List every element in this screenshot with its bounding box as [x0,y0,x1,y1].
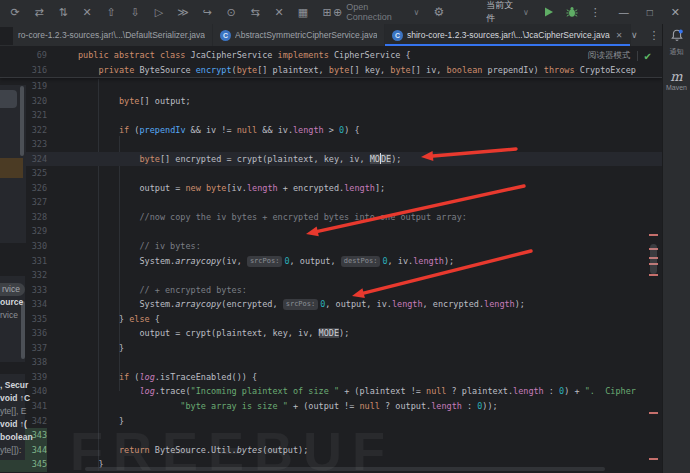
maven-tool-button[interactable]: m [670,70,682,83]
copy-stack-icon[interactable]: ⊞ [321,6,333,19]
tab-close-icon[interactable]: ✕ [616,31,623,40]
sync-icon[interactable]: ⟳ [9,6,21,19]
run-all-icon[interactable]: ≫ [177,6,189,19]
maven-label: Maven [666,84,687,91]
popup-item-fragment[interactable]: void ↑C [0,393,30,404]
popup-item-fragment[interactable]: void ↑( [0,419,27,430]
code-line-69: 69public abstract class JcaCipherService… [0,48,662,63]
user-icon[interactable]: ⊙ [225,6,237,19]
code-text [47,137,78,152]
more-actions-kebab-icon[interactable]: ⋮ [590,6,601,19]
swap-icon[interactable]: ⇆ [249,6,261,19]
popup-scrollbar[interactable] [20,86,24,156]
inspections-check-icon[interactable]: ✔ [644,51,652,62]
vertical-scrollbar-thumb[interactable] [650,244,657,274]
line-number[interactable]: 316 [0,63,47,78]
debug-button[interactable] [566,6,578,18]
code-text [47,79,78,94]
notifications-bell-icon[interactable] [670,28,684,46]
code-text: } [47,341,124,356]
code-text: public abstract class JcaCipherService i… [47,48,411,63]
line-number[interactable]: 69 [0,48,47,63]
code-text [47,355,78,370]
code-text [47,166,78,181]
popup-item-fragment[interactable] [0,90,17,108]
code-line-334: 334 System.arraycopy(encrypted, srcPos:0… [0,297,662,312]
window-maximize-button[interactable]: □ [647,7,653,18]
tab-options-kebab-icon[interactable]: ⋮ [649,29,660,42]
run-icon[interactable]: ▷ [153,6,165,19]
close-icon[interactable]: ✕ [273,6,285,19]
code-line-324: 324 byte[] encrypted = crypt(plaintext, … [0,152,662,167]
vcs-update-icon[interactable]: ⇅ [57,6,69,19]
code-text: //now copy the iv bytes + encrypted byte… [47,210,467,225]
tab-bar-left-decor [0,27,13,45]
cancel-icon[interactable]: ✕ [81,6,93,19]
connection-selector[interactable]: ⊕ Open Connection ∨ [333,2,419,22]
reader-mode-widget[interactable]: 阅读器模式 ✔ [588,50,652,62]
code-line-326: 326 output = new byte[iv.length + encryp… [0,181,662,196]
ide-window: ⟳⇄⇅✕⇧⇩▷≫↪⊙⇆✕▦⊞ ⊕ Open Connection ∨ ⚙ 当前文… [0,0,690,473]
code-line-325: 325 [0,166,662,181]
download-icon[interactable]: ⇩ [129,6,141,19]
tab-label: ro-core-1.2.3-sources.jar!\...\DefaultSe… [18,30,205,40]
tab-3[interactable]: Cshiro-core-1.2.3-sources.jar!\...\JcaCi… [385,24,631,46]
run-button[interactable] [543,6,554,18]
code-line-323: 323 [0,137,662,152]
error-stripe-mark [649,458,658,460]
code-line-322: 322 if (prependIv && iv != null && iv.le… [0,123,662,138]
code-line-333: 333 // + encrypted bytes: [0,283,662,298]
popup-item-fragment[interactable]: ource [0,297,23,308]
popup-item-fragment[interactable]: , Secur [0,380,28,391]
settings-gear-icon[interactable]: ⚙ [433,5,444,19]
window-close-button[interactable]: ✕ [671,6,680,19]
right-tool-stripe: 通知 m Maven [662,24,690,473]
code-text: System.arraycopy(iv, srcPos:0, output, d… [47,254,454,269]
code-text: } else { [47,312,160,327]
popup-scrollbar[interactable] [21,301,25,359]
run-config-selector[interactable]: 当前文件 ∨ [486,0,529,25]
code-line-321: 321 [0,108,662,123]
tab-1[interactable]: ro-core-1.2.3-sources.jar!\...\DefaultSe… [13,24,213,46]
code-line-339: 339 if (log.isTraceEnabled()) { [0,370,662,385]
popup-selected-item-fragment[interactable] [0,158,23,178]
popup-item-fragment[interactable]: yte[], E [0,406,26,417]
titlebar-left-icons: ⟳⇄⇅✕⇧⇩▷≫↪⊙⇆✕▦⊞ [0,6,333,19]
code-text: output = crypt(plaintext, key, iv, MODE)… [47,326,349,341]
editor-tab-bar: ro-core-1.2.3-sources.jar!\...\DefaultSe… [0,24,662,46]
code-lines: 319320 byte[] output;321322 if (prependI… [0,79,662,472]
line-number[interactable]: 331 [0,254,47,269]
code-text: if (log.isTraceEnabled()) { [47,370,257,385]
code-text: // + encrypted bytes: [47,283,247,298]
code-line-328: 328 //now copy the iv bytes + encrypted … [0,210,662,225]
popup-item-fragment[interactable]: rvice [0,283,25,296]
code-text: byte[] encrypted = crypt(plaintext, key,… [47,152,401,167]
step-icon[interactable]: ↪ [201,6,213,19]
code-text [47,195,78,210]
hidden-tabs-chevron-icon[interactable]: ∨ [631,30,638,40]
tab-label: AbstractSymmetricCipherService.java [235,30,377,40]
code-line-320: 320 byte[] output; [0,94,662,109]
horizontal-scrollbar-thumb[interactable] [85,467,605,471]
popup-item-fragment[interactable]: yte[]): [0,445,21,456]
parameter-hint: destPos: [341,256,381,267]
left-popup-panel [0,85,26,243]
popup-item-fragment[interactable]: rvice [0,310,18,321]
chart-icon[interactable]: ▦ [297,6,309,19]
parameter-hint: srcPos: [283,299,319,310]
code-text: "byte array is size " + (output != null … [47,399,498,414]
vcs-commit-icon[interactable]: ⇄ [33,6,45,19]
window-minimize-button[interactable]: — [619,7,629,18]
code-editor[interactable]: 69public abstract class JcaCipherService… [0,46,662,473]
code-line-330: 330 // iv bytes: [0,239,662,254]
run-config-label: 当前文件 [486,0,519,25]
code-text: if (prependIv && iv != null && iv.length… [47,123,360,138]
popup-item-fragment[interactable]: boolean [0,432,33,443]
reader-mode-label: 阅读器模式 [588,50,631,62]
upload-icon[interactable]: ⇧ [105,6,117,19]
code-line-342: 342 } [0,414,662,429]
code-line-327: 327 [0,195,662,210]
tab-2[interactable]: CAbstractSymmetricCipherService.java [213,24,385,46]
code-line-319: 319 [0,79,662,94]
code-text [47,268,78,283]
